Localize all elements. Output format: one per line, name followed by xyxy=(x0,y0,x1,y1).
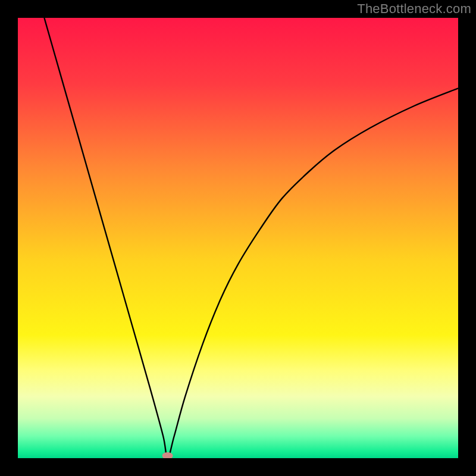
plot-background xyxy=(18,18,458,458)
bottleneck-chart xyxy=(18,18,458,458)
chart-frame: TheBottleneck.com xyxy=(0,0,476,476)
attribution-text: TheBottleneck.com xyxy=(357,1,471,17)
